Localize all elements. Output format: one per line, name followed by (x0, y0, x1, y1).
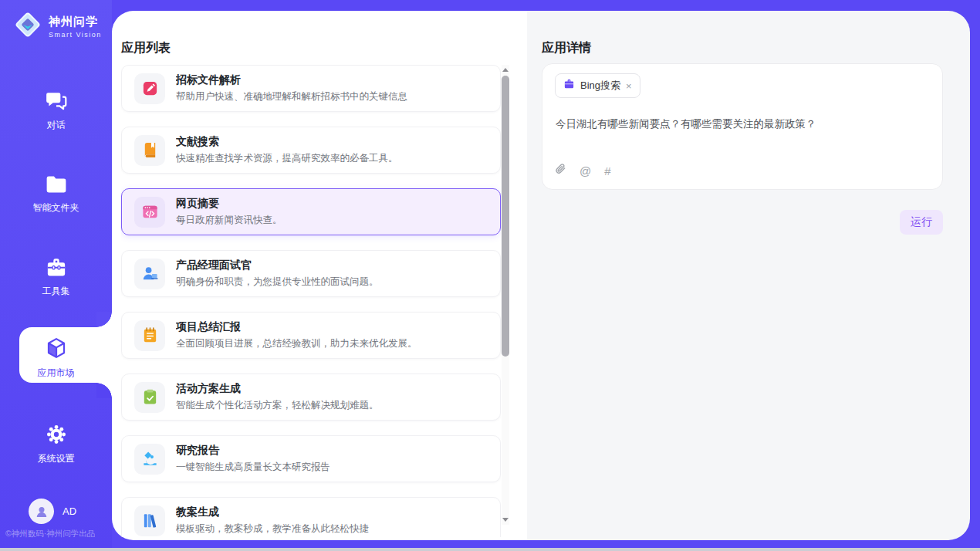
app-list-title: 应用列表 (121, 40, 171, 56)
mention-icon[interactable]: @ (580, 164, 591, 177)
webpage-code-icon (134, 197, 165, 228)
composer-toolbar: @ # (555, 163, 611, 179)
app-desc: 一键智能生成高质量长文本研究报告 (176, 461, 330, 474)
app-desc: 模板驱动，教案秒成，教学准备从此轻松快捷 (176, 522, 369, 536)
app-name: 项目总结汇报 (176, 320, 417, 334)
list-item-webpage-summary[interactable]: 网页摘要 每日政府新闻资讯快查。 (121, 188, 501, 235)
sidebar-item-settings[interactable]: 系统设置 (0, 420, 112, 469)
user-account[interactable]: AD (29, 499, 76, 524)
scrollbar-up-icon[interactable] (502, 68, 509, 72)
prompt-input-card[interactable]: Bing搜索 × 今日湖北有哪些新闻要点？有哪些需要关注的最新政策？ @ # (542, 63, 943, 190)
app-name: 教案生成 (176, 505, 369, 519)
tool-tag-bing-search[interactable]: Bing搜索 × (555, 73, 640, 98)
logo-subtitle: Smart Vision (49, 31, 102, 39)
app-desc: 明确身份和职责，为您提供专业性的面试问题。 (176, 276, 379, 289)
app-detail-panel: 应用详情 Bing搜索 × 今日湖北有哪些新闻要点？有哪些需要关注的最新政策？ (527, 11, 970, 540)
app-name: 网页摘要 (176, 197, 282, 211)
microscope-icon (134, 444, 165, 475)
scrollbar-thumb[interactable] (502, 76, 509, 357)
list-item-event-plan[interactable]: 活动方案生成 智能生成个性化活动方案，轻松解决规划难题。 (121, 374, 501, 421)
list-scrollbar[interactable] (502, 65, 509, 525)
run-row: 运行 (542, 210, 943, 235)
sidebar: 神州问学 Smart Vision 对话 智能文件夹 (0, 0, 112, 548)
app-name: 产品经理面试官 (176, 259, 379, 272)
user-name: AD (63, 505, 76, 517)
sidebar-item-smart-folder[interactable]: 智能文件夹 (0, 170, 112, 219)
app-list: 招标文件解析 帮助用户快速、准确地理解和解析招标书中的关键信息 文献搜索 快速精… (121, 65, 501, 537)
interviewer-icon (134, 259, 165, 289)
sidebar-item-label: 系统设置 (38, 452, 75, 465)
logo-title: 神州问学 (49, 15, 102, 29)
tag-close-icon[interactable]: × (626, 81, 632, 91)
bid-document-icon (134, 73, 165, 104)
app-name: 研究报告 (176, 444, 330, 458)
clipboard-check-icon (134, 382, 165, 413)
attachment-icon[interactable] (555, 163, 566, 179)
list-item-pm-interviewer[interactable]: 产品经理面试官 明确身份和职责，为您提供专业性的面试问题。 (121, 250, 501, 297)
app-name: 招标文件解析 (176, 73, 407, 87)
list-item-literature-search[interactable]: 文献搜索 快速精准查找学术资源，提高研究效率的必备工具。 (121, 127, 501, 174)
avatar (29, 499, 54, 524)
list-item-lesson-plan[interactable]: 教案生成 模板驱动，教案秒成，教学准备从此轻松快捷 (121, 497, 501, 537)
main-content: 应用列表 招标文件解析 帮助用户快速、准确地理解和解析招标书中的关键信息 (112, 11, 970, 540)
toolbox-icon (45, 258, 68, 281)
notepad-icon (134, 320, 165, 351)
sidebar-item-label: 应用市场 (38, 367, 75, 380)
app-desc: 快速精准查找学术资源，提高研究效率的必备工具。 (176, 152, 398, 165)
app-name: 活动方案生成 (176, 382, 379, 396)
books-icon (134, 505, 165, 536)
literature-book-icon (134, 135, 165, 166)
sidebar-item-app-market[interactable]: 应用市场 (0, 333, 112, 383)
scrollbar-down-icon[interactable] (502, 518, 509, 522)
active-nav-fillet-bottom (96, 383, 112, 398)
sidebar-item-label: 工具集 (42, 285, 70, 298)
app-desc: 全面回顾项目进展，总结经验教训，助力未来优化发展。 (176, 337, 417, 350)
app-desc: 帮助用户快速、准确地理解和解析招标书中的关键信息 (176, 90, 407, 103)
briefcase-icon (563, 79, 575, 93)
app-list-panel: 应用列表 招标文件解析 帮助用户快速、准确地理解和解析招标书中的关键信息 (112, 11, 527, 540)
app-logo: 神州问学 Smart Vision (12, 9, 102, 43)
app-detail-title: 应用详情 (542, 40, 591, 56)
sidebar-item-label: 智能文件夹 (33, 201, 79, 215)
hashtag-icon[interactable]: # (604, 164, 610, 177)
app-name: 文献搜索 (176, 135, 398, 149)
tool-tag-label: Bing搜索 (580, 79, 620, 93)
sidebar-item-label: 对话 (47, 119, 66, 132)
query-text[interactable]: 今日湖北有哪些新闻要点？有哪些需要关注的最新政策？ (556, 117, 931, 132)
list-item-research-report[interactable]: 研究报告 一键智能生成高质量长文本研究报告 (121, 435, 501, 482)
app-desc: 每日政府新闻资讯快查。 (176, 214, 282, 227)
sidebar-item-toolbox[interactable]: 工具集 (0, 253, 112, 303)
list-item-bid-document-analysis[interactable]: 招标文件解析 帮助用户快速、准确地理解和解析招标书中的关键信息 (121, 65, 501, 112)
gear-icon (46, 424, 67, 448)
list-item-project-summary[interactable]: 项目总结汇报 全面回顾项目进展，总结经验教训，助力未来优化发展。 (121, 312, 501, 359)
copyright-text: ©神州数码·神州问学出品 (5, 529, 95, 539)
chat-icon (45, 90, 68, 115)
app-desc: 智能生成个性化活动方案，轻松解决规划难题。 (176, 399, 379, 412)
sidebar-item-chat[interactable]: 对话 (0, 86, 112, 136)
logo-diamond-icon (12, 9, 43, 43)
active-nav-fillet-top (96, 312, 112, 327)
cube-icon (45, 336, 68, 363)
run-button[interactable]: 运行 (900, 210, 943, 235)
folder-icon (45, 174, 68, 198)
